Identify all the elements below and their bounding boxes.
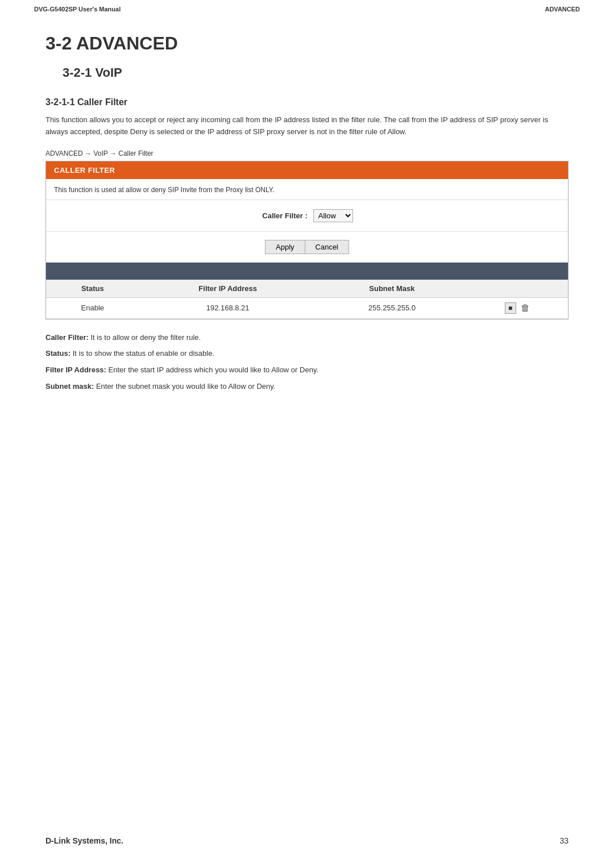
def-filter-ip: Filter IP Address: Enter the start IP ad…: [45, 363, 569, 377]
subsection-title: 3-2-1 VoIP: [63, 65, 569, 80]
table-header-bar: [46, 263, 568, 280]
def-caller-filter: Caller Filter: It is to allow or deny th…: [45, 331, 569, 345]
cell-subnet-mask: 255.255.255.0: [317, 297, 468, 318]
section-title: 3-2 ADVANCED: [45, 33, 569, 54]
footer-page-number: 33: [559, 836, 569, 845]
def-filter-ip-text: Enter the start IP address which you wou…: [109, 366, 318, 374]
definitions: Caller Filter: It is to allow or deny th…: [45, 331, 569, 394]
caller-filter-select[interactable]: Allow Deny: [313, 209, 353, 222]
def-status-term: Status:: [45, 349, 70, 358]
caller-filter-description: This function is used at allow or deny S…: [46, 179, 568, 200]
def-subnet-term: Subnet mask:: [45, 382, 94, 391]
footer-company: D-Link Systems, Inc.: [45, 836, 123, 845]
def-caller-filter-text: It is to allow or deny the filter rule.: [90, 333, 201, 342]
caller-filter-table: Status Filter IP Address Subnet Mask Ena…: [46, 280, 568, 319]
caller-filter-label: Caller Filter :: [262, 211, 307, 220]
caller-filter-form: Caller Filter : Allow Deny: [46, 200, 568, 232]
page-header: DVG-G5402SP User's Manual ADVANCED: [0, 0, 614, 16]
breadcrumb: ADVANCED → VoIP → Caller Filter: [45, 149, 569, 157]
col-filter-ip: Filter IP Address: [139, 280, 317, 298]
col-status: Status: [46, 280, 139, 298]
def-subnet: Subnet mask: Enter the subnet mask you w…: [45, 380, 569, 394]
col-actions: [467, 280, 568, 298]
header-left: DVG-G5402SP User's Manual: [34, 6, 121, 13]
action-icons: ■ 🗑: [475, 302, 560, 314]
footer-company-text: D-Link Systems, Inc.: [45, 836, 123, 845]
def-subnet-text: Enter the subnet mask you would like to …: [96, 382, 276, 391]
cell-status: Enable: [46, 297, 139, 318]
caller-filter-header: CALLER FILTER: [46, 161, 568, 179]
def-status-text: It is to show the status of enable or di…: [73, 349, 214, 358]
page-content: 3-2 ADVANCED 3-2-1 VoIP 3-2-1-1 Caller F…: [0, 16, 614, 430]
cell-actions: ■ 🗑: [467, 297, 568, 318]
def-caller-filter-term: Caller Filter:: [45, 333, 89, 342]
page-footer: D-Link Systems, Inc. 33: [45, 836, 569, 845]
cancel-button[interactable]: Cancel: [305, 240, 349, 254]
edit-icon[interactable]: ■: [505, 302, 516, 314]
form-buttons: Apply Cancel: [46, 232, 568, 263]
description-text: This function allows you to accept or re…: [45, 114, 569, 138]
def-status: Status: It is to show the status of enab…: [45, 347, 569, 361]
cell-filter-ip: 192.168.8.21: [139, 297, 317, 318]
form-row: Caller Filter : Allow Deny: [262, 209, 351, 222]
header-right: ADVANCED: [545, 6, 580, 13]
col-subnet-mask: Subnet Mask: [317, 280, 468, 298]
delete-icon[interactable]: 🗑: [520, 302, 531, 314]
apply-button[interactable]: Apply: [265, 240, 305, 254]
table-header-row: Status Filter IP Address Subnet Mask: [46, 280, 568, 298]
caller-filter-box: CALLER FILTER This function is used at a…: [45, 161, 569, 319]
def-filter-ip-term: Filter IP Address:: [45, 366, 106, 374]
sub-subsection-title: 3-2-1-1 Caller Filter: [45, 97, 569, 107]
table-row: Enable 192.168.8.21 255.255.255.0 ■ 🗑: [46, 297, 568, 318]
